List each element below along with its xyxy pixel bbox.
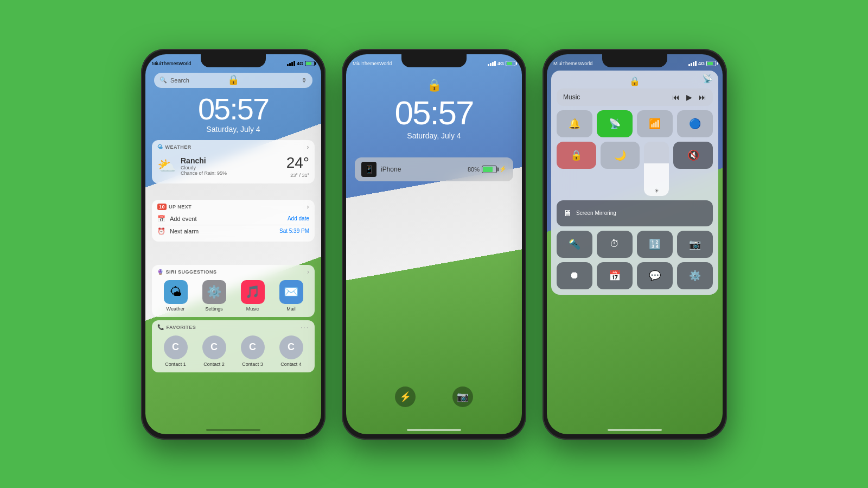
- siri-app-mail[interactable]: ✉️ Mail: [279, 280, 303, 312]
- cc-play-button[interactable]: ▶: [686, 93, 692, 102]
- cc-brightness-slider[interactable]: ☀: [644, 142, 669, 196]
- mail-app-label: Mail: [286, 306, 296, 312]
- cc-camera-button[interactable]: 📷: [677, 231, 713, 258]
- cc-mute-button[interactable]: 🔇: [673, 142, 713, 169]
- favorites-more[interactable]: ···: [301, 324, 309, 331]
- mail-app-icon: ✉️: [279, 280, 303, 304]
- status-icons-3: 4G: [688, 61, 716, 66]
- siri-app-music[interactable]: 🎵 Music: [241, 280, 265, 312]
- cellular-icon: 📡: [609, 118, 621, 130]
- cc-music-controls: ⏮ ▶ ⏭: [672, 93, 706, 102]
- signal-bars-1: [287, 61, 295, 66]
- siri-app-weather[interactable]: 🌤 Weather: [164, 280, 188, 312]
- wifi-icon: 📶: [649, 118, 661, 130]
- weather-city: Ranchi: [181, 156, 282, 165]
- notch-3: [602, 54, 667, 67]
- contact-4[interactable]: C Contact 4: [279, 335, 303, 367]
- cc-messages-button[interactable]: 💬: [637, 262, 673, 289]
- cc-row-2: 🔒 🌙 ☀ 🔇: [557, 142, 713, 196]
- cc-rotation-lock-button[interactable]: 🔒: [557, 142, 596, 169]
- add-event-label: Add event: [170, 216, 197, 222]
- contact-2[interactable]: C Contact 2: [202, 335, 226, 367]
- siri-apps-row: 🌤 Weather ⚙️ Settings 🎵 Music ✉️ Mail: [152, 278, 315, 312]
- weather-temperature: 24°: [286, 154, 309, 172]
- contact-3-label: Contact 3: [242, 362, 263, 367]
- notch-2: [401, 54, 467, 67]
- cc-bell-button[interactable]: 🔔: [557, 110, 592, 137]
- battery-fill-3: [707, 62, 713, 65]
- iphone-notif-icon: 📱: [361, 162, 376, 177]
- favorites-phone-icon: 📞: [157, 324, 164, 330]
- alarm-time: Sat 5:39 PM: [279, 228, 309, 234]
- favorites-header-left: 📞 FAVORITES: [157, 324, 196, 330]
- notif-app-name: iPhone: [381, 166, 463, 173]
- signal-bars-3: [688, 61, 697, 66]
- upnext-header: 10 UP NEXT ›: [152, 200, 315, 213]
- cc-timer-button[interactable]: ⏱: [597, 231, 633, 258]
- cc-calendar-button[interactable]: 📅: [597, 262, 633, 289]
- notch-1: [201, 54, 266, 67]
- screen-mirror-label: Screen Mirroring: [576, 210, 616, 216]
- screen-mirror-icon: 🖥: [563, 208, 572, 218]
- contact-3[interactable]: C Contact 3: [241, 335, 265, 367]
- cc-row-1: 🔔 📡 📶 🔵: [557, 110, 713, 137]
- time-display-2: 05:57: [346, 93, 522, 132]
- favorites-widget: 📞 FAVORITES ··· C Contact 1 C Contact 2: [152, 320, 315, 372]
- cc-bluetooth-button[interactable]: 🔵: [677, 110, 713, 137]
- weather-chevron: ›: [307, 143, 310, 151]
- bluetooth-icon: 🔵: [689, 118, 701, 130]
- camera-button[interactable]: 📷: [452, 386, 473, 407]
- upnext-label: UP NEXT: [169, 204, 192, 210]
- date-display-2: Saturday, July 4: [346, 131, 522, 140]
- phone-2-screen: MiuiThemesWorld 4G 🔒 05:57 Saturday, Jul…: [346, 54, 522, 434]
- cc-flashlight-button[interactable]: 🔦: [557, 231, 592, 258]
- upnext-widget: 10 UP NEXT › 📅 Add event Add date ⏰ Next…: [152, 200, 315, 242]
- cc-music-title: Music: [563, 93, 580, 101]
- weather-header-icon: 🌤: [157, 144, 163, 150]
- favorites-header: 📞 FAVORITES ···: [152, 320, 315, 333]
- weather-info: Ranchi Cloudy Chance of Rain: 95%: [181, 156, 282, 176]
- contacts-row: C Contact 1 C Contact 2 C Contact 3: [152, 333, 315, 367]
- status-icons-2: 4G: [488, 61, 515, 66]
- weather-widget: 🌤 WEATHER › ⛅ Ranchi Cloudy Chance of Ra…: [152, 140, 315, 183]
- contact-1-initial: C: [172, 341, 179, 353]
- screen-mirroring-button[interactable]: 🖥 Screen Mirroring: [557, 200, 713, 226]
- weather-description: Cloudy: [181, 165, 282, 170]
- weather-app-icon: 🌤: [164, 280, 188, 304]
- contact-4-initial: C: [288, 341, 295, 353]
- weather-condition-icon: ⛅: [157, 157, 176, 175]
- contact-1[interactable]: C Contact 1: [164, 335, 188, 367]
- add-event-row[interactable]: 📅 Add event Add date: [152, 213, 315, 225]
- mute-icon: 🔇: [687, 149, 699, 161]
- notif-battery-info: 80% ⚡: [468, 166, 507, 173]
- siri-icon: 🔮: [157, 269, 164, 275]
- cc-dnd-button[interactable]: 🌙: [601, 142, 640, 169]
- cc-record-button[interactable]: ⏺: [557, 262, 592, 289]
- siri-header: 🔮 SIRI SUGGESTIONS ›: [152, 265, 315, 278]
- home-indicator-1: [206, 429, 260, 431]
- cc-calculator-button[interactable]: 🔢: [637, 231, 673, 258]
- weather-app-label: Weather: [167, 306, 185, 312]
- airdrop-icon: 📡: [702, 73, 713, 84]
- siri-chevron: ›: [307, 268, 309, 276]
- contact-3-initial: C: [249, 341, 256, 353]
- battery-fill-1: [306, 62, 311, 65]
- battery-3: [706, 61, 716, 66]
- control-center-panel: 🔒 📡 Music ⏮ ▶ ⏭ 🔔 📡: [551, 71, 718, 295]
- cc-rewind-button[interactable]: ⏮: [672, 93, 680, 102]
- cc-settings-button[interactable]: ⚙️: [677, 262, 713, 289]
- network-type-2: 4G: [497, 61, 504, 66]
- time-display-1: 05:57: [145, 91, 321, 126]
- siri-app-settings[interactable]: ⚙️ Settings: [202, 280, 226, 312]
- phone-3-screen: MiuiThemesWorld 4G 🔒 📡 Music: [547, 54, 723, 434]
- carrier-label-2: MiuiThemesWorld: [353, 61, 392, 66]
- cc-wifi-button[interactable]: 📶: [637, 110, 673, 137]
- battery-fill-2: [507, 62, 512, 65]
- cc-cellular-button[interactable]: 📡: [597, 110, 633, 137]
- home-indicator-2: [407, 429, 461, 431]
- mic-icon-1: 🎙: [301, 77, 307, 84]
- phone-1-screen: MiuiThemesWorld 4G 🔍 Search 🎙 🔒 05:57 Sa…: [145, 54, 321, 434]
- cc-fastforward-button[interactable]: ⏭: [699, 93, 706, 102]
- flashlight-button[interactable]: ⚡: [395, 386, 416, 407]
- contact-2-avatar: C: [202, 335, 226, 359]
